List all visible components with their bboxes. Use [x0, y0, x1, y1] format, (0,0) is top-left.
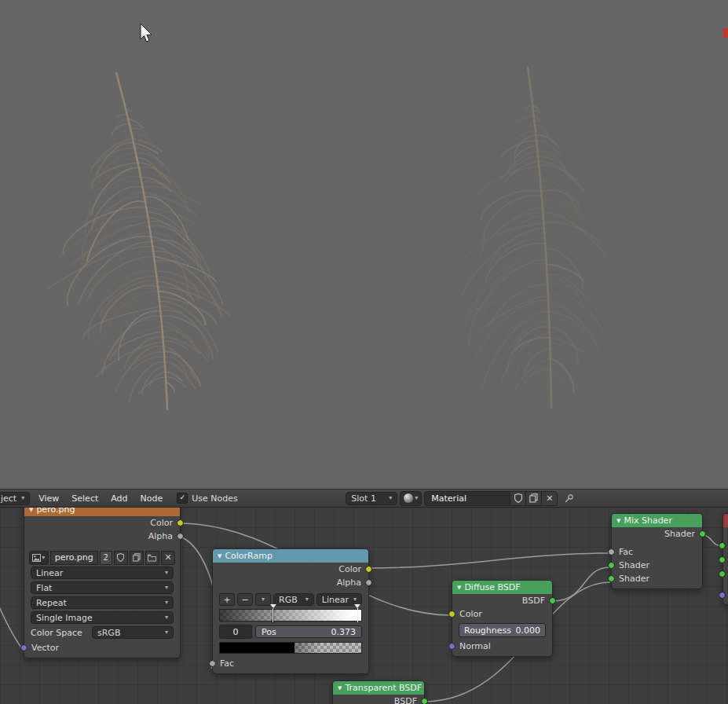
collapse-triangle-icon[interactable]: ▼ — [338, 685, 342, 691]
chevron-down-icon: ▾ — [42, 555, 45, 561]
node-material-output-header[interactable]: ▼ — [723, 514, 728, 527]
chevron-down-icon: ▾ — [262, 596, 265, 603]
node-mix-shader-header[interactable]: ▼Mix Shader — [612, 514, 702, 527]
editor-type-label: ject — [1, 493, 16, 504]
fac-input-socket[interactable] — [608, 548, 615, 556]
material-name-field[interactable]: Material — [425, 493, 510, 504]
color-space-dropdown[interactable]: sRGB ▾ — [92, 626, 174, 639]
node-color-ramp-header[interactable]: ▼ColorRamp — [213, 549, 368, 563]
displacement-input-socket[interactable] — [719, 570, 726, 578]
input-row-normal: Normal — [452, 640, 552, 653]
output-row-alpha: Alpha — [213, 576, 368, 589]
folder-icon — [148, 554, 156, 562]
collapse-triangle-icon[interactable]: ▼ — [616, 518, 620, 524]
shader-output-socket[interactable] — [699, 530, 706, 537]
menu-select[interactable]: Select — [65, 493, 104, 504]
socket-label: Shader — [664, 529, 695, 539]
add-stop-button[interactable]: + — [219, 593, 235, 606]
node-mix-shader[interactable]: ▼Mix Shader Shader Fac Shader Shader — [611, 513, 703, 589]
socket-label: Alpha — [148, 531, 173, 541]
chevron-down-icon: ▾ — [389, 495, 392, 501]
socket-label: Alpha — [337, 578, 361, 588]
node-transparent-bsdf-header[interactable]: ▼Transparent BSDF — [333, 681, 424, 695]
projection-dropdown[interactable]: Flat ▾ — [31, 581, 174, 594]
node-diffuse-bsdf-header[interactable]: ▼Diffuse BSDF — [452, 581, 552, 594]
menu-node[interactable]: Node — [134, 493, 170, 504]
node-color-ramp[interactable]: ▼ColorRamp Color Alpha + − ▾ RGB ▾ Linea… — [212, 548, 369, 674]
normal-input-socket[interactable] — [448, 643, 455, 650]
pin-icon[interactable] — [564, 493, 574, 504]
fake-user-shield-button[interactable] — [510, 492, 525, 505]
collapse-triangle-icon[interactable]: ▼ — [29, 508, 33, 513]
output-row-shader: Shader — [612, 527, 702, 541]
new-image-button[interactable] — [130, 551, 144, 565]
extension-dropdown[interactable]: Repeat ▾ — [31, 596, 174, 609]
chevron-down-icon: ▾ — [305, 596, 309, 603]
shader2-input-socket[interactable] — [608, 575, 615, 582]
roughness-slider[interactable]: Roughness 0.000 — [459, 623, 546, 637]
stop-color-swatch[interactable] — [219, 642, 362, 654]
node-transparent-bsdf[interactable]: ▼Transparent BSDF BSDF — [332, 680, 425, 704]
chevron-down-icon: ▾ — [165, 614, 168, 621]
stop-index-field[interactable]: 0 — [219, 625, 252, 639]
shader1-input-socket[interactable] — [608, 562, 615, 569]
feather-render — [0, 0, 728, 489]
color-mode-dropdown[interactable]: RGB ▾ — [273, 593, 314, 606]
menu-add[interactable]: Add — [104, 493, 134, 504]
delete-stop-button[interactable]: − — [237, 593, 253, 606]
unlink-material-button[interactable]: ✕ — [541, 492, 557, 505]
vector-input-socket[interactable] — [20, 644, 27, 651]
viewport-3d[interactable] — [0, 0, 728, 489]
surface-input-socket[interactable] — [719, 542, 726, 549]
position-slider[interactable]: Pos 0.373 — [255, 625, 362, 638]
chevron-down-icon: ▾ — [165, 585, 168, 591]
color-output-socket[interactable] — [177, 519, 184, 526]
collapse-triangle-icon[interactable]: ▼ — [457, 585, 461, 591]
extra-input-socket[interactable] — [719, 592, 726, 599]
chevron-down-icon: ▾ — [353, 596, 357, 603]
bsdf-output-socket[interactable] — [549, 597, 556, 604]
node-image-texture[interactable]: ▼pero.png Color Alpha ▾ — [24, 508, 181, 658]
interpolation-dropdown[interactable]: Linear ▾ — [31, 566, 174, 579]
ramp-handle-selected[interactable] — [273, 608, 273, 622]
source-dropdown[interactable]: Single Image ▾ — [31, 611, 174, 624]
fake-user-shield-button[interactable] — [114, 551, 128, 565]
unlink-image-button[interactable]: ✕ — [161, 551, 175, 565]
menu-view[interactable]: View — [32, 493, 65, 504]
image-name-field[interactable]: pero.png — [50, 551, 98, 565]
chevron-down-icon: ▾ — [21, 495, 24, 501]
material-browse-dropdown[interactable]: ▾ — [400, 491, 422, 506]
open-image-button[interactable] — [145, 551, 159, 565]
position-label: Pos — [262, 627, 276, 637]
input-row-fac: Fac — [612, 545, 702, 559]
color-output-socket[interactable] — [365, 566, 372, 573]
bsdf-output-socket[interactable] — [421, 698, 428, 704]
use-nodes-checkbox[interactable]: ✓ — [177, 493, 188, 504]
image-browse-dropdown[interactable]: ▾ — [29, 551, 49, 565]
roughness-label: Roughness — [464, 625, 511, 636]
material-sphere-icon — [404, 493, 413, 503]
output-row-bsdf: BSDF — [333, 695, 424, 704]
color-ramp-gradient[interactable] — [219, 609, 362, 622]
copy-material-button[interactable] — [525, 492, 541, 505]
volume-input-socket[interactable] — [719, 556, 726, 563]
chevron-down-icon: ▾ — [165, 600, 168, 606]
collapse-triangle-icon[interactable]: ▼ — [218, 553, 221, 559]
alpha-output-socket[interactable] — [177, 533, 184, 540]
node-diffuse-bsdf[interactable]: ▼Diffuse BSDF BSDF Color Roughness 0.000… — [452, 580, 553, 657]
editor-type-dropdown[interactable]: ject ▾ — [0, 492, 30, 505]
color-input-socket[interactable] — [448, 610, 455, 618]
node-editor-canvas[interactable]: ▼pero.png Color Alpha ▾ — [0, 508, 728, 704]
socket-label: Color — [459, 609, 482, 619]
node-title: Mix Shader — [624, 515, 672, 526]
user-count-button[interactable]: 2 — [100, 551, 112, 565]
ramp-handle[interactable] — [357, 608, 358, 622]
ramp-options-dropdown[interactable]: ▾ — [255, 593, 271, 606]
node-image-texture-header[interactable]: ▼pero.png — [24, 508, 180, 516]
fac-input-socket[interactable] — [209, 660, 216, 667]
color-mode-value: RGB — [279, 595, 298, 605]
roughness-value: 0.000 — [516, 625, 541, 636]
position-value: 0.373 — [331, 627, 357, 637]
alpha-output-socket[interactable] — [365, 579, 372, 586]
slot-dropdown[interactable]: Slot 1 ▾ — [346, 492, 397, 505]
